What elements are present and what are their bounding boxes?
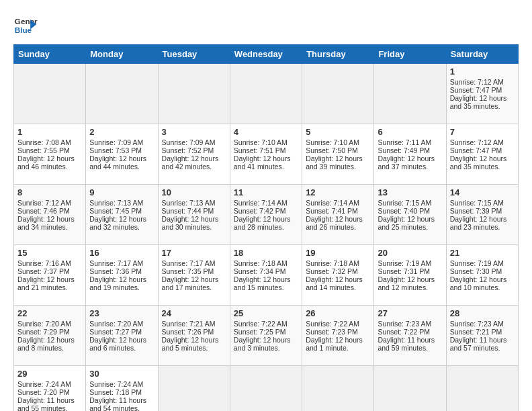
sunset-text: Sunset: 7:45 PM	[89, 207, 154, 215]
sunrise-text: Sunrise: 7:14 AM	[234, 199, 298, 207]
calendar-cell	[302, 366, 374, 412]
calendar-header-row: SundayMondayTuesdayWednesdayThursdayFrid…	[14, 45, 519, 64]
sunrise-text: Sunrise: 7:13 AM	[162, 199, 226, 207]
sunset-text: Sunset: 7:21 PM	[450, 328, 515, 336]
sunset-text: Sunset: 7:32 PM	[306, 267, 370, 275]
day-number: 5	[306, 127, 370, 137]
sunset-text: Sunset: 7:20 PM	[17, 388, 82, 396]
calendar-cell	[158, 64, 230, 124]
sunrise-text: Sunrise: 7:20 AM	[89, 320, 154, 328]
sunrise-text: Sunrise: 7:16 AM	[17, 259, 82, 267]
day-number: 9	[89, 187, 154, 197]
sunset-text: Sunset: 7:51 PM	[234, 146, 298, 154]
calendar-cell: 24Sunrise: 7:21 AMSunset: 7:26 PMDayligh…	[158, 306, 230, 366]
calendar-cell	[374, 64, 446, 124]
calendar-cell: 22Sunrise: 7:20 AMSunset: 7:29 PMDayligh…	[14, 306, 86, 366]
daylight-text: Daylight: 12 hours and 19 minutes.	[89, 275, 154, 291]
day-number: 13	[378, 187, 442, 197]
sunset-text: Sunset: 7:39 PM	[450, 207, 515, 215]
calendar-week-row: 1Sunrise: 7:12 AMSunset: 7:47 PMDaylight…	[14, 64, 519, 124]
sunset-text: Sunset: 7:22 PM	[378, 328, 442, 336]
sunset-text: Sunset: 7:40 PM	[378, 207, 442, 215]
sunrise-text: Sunrise: 7:09 AM	[162, 138, 226, 146]
sunset-text: Sunset: 7:53 PM	[89, 146, 154, 154]
day-number: 8	[17, 187, 82, 197]
sunrise-text: Sunrise: 7:19 AM	[450, 259, 515, 267]
sunrise-text: Sunrise: 7:21 AM	[162, 320, 226, 328]
daylight-text: Daylight: 12 hours and 28 minutes.	[234, 215, 298, 231]
sunrise-text: Sunrise: 7:18 AM	[234, 259, 298, 267]
sunset-text: Sunset: 7:42 PM	[234, 207, 298, 215]
calendar-week-row: 15Sunrise: 7:16 AMSunset: 7:37 PMDayligh…	[14, 245, 519, 306]
day-number: 30	[89, 369, 154, 379]
calendar-cell: 10Sunrise: 7:13 AMSunset: 7:44 PMDayligh…	[158, 185, 230, 245]
day-number: 7	[450, 127, 515, 137]
calendar-cell: 11Sunrise: 7:14 AMSunset: 7:42 PMDayligh…	[230, 185, 302, 245]
calendar-cell: 18Sunrise: 7:18 AMSunset: 7:34 PMDayligh…	[230, 245, 302, 306]
calendar-cell: 28Sunrise: 7:23 AMSunset: 7:21 PMDayligh…	[446, 306, 518, 366]
day-number: 10	[162, 187, 226, 197]
sunrise-text: Sunrise: 7:20 AM	[17, 320, 82, 328]
calendar-cell: 14Sunrise: 7:15 AMSunset: 7:39 PMDayligh…	[446, 185, 518, 245]
calendar-cell: 4Sunrise: 7:10 AMSunset: 7:51 PMDaylight…	[230, 124, 302, 185]
sunrise-text: Sunrise: 7:22 AM	[234, 320, 298, 328]
calendar-cell: 20Sunrise: 7:19 AMSunset: 7:31 PMDayligh…	[374, 245, 446, 306]
sunrise-text: Sunrise: 7:19 AM	[378, 259, 442, 267]
daylight-text: Daylight: 12 hours and 41 minutes.	[234, 154, 298, 171]
calendar-cell	[14, 64, 86, 124]
page-header: General Blue	[13, 13, 519, 38]
sunrise-text: Sunrise: 7:10 AM	[234, 138, 298, 146]
calendar-cell: 25Sunrise: 7:22 AMSunset: 7:25 PMDayligh…	[230, 306, 302, 366]
sunset-text: Sunset: 7:31 PM	[378, 267, 442, 275]
sunset-text: Sunset: 7:49 PM	[378, 146, 442, 154]
day-number: 27	[378, 308, 442, 318]
daylight-text: Daylight: 12 hours and 10 minutes.	[450, 275, 515, 291]
daylight-text: Daylight: 12 hours and 21 minutes.	[17, 275, 82, 291]
sunset-text: Sunset: 7:29 PM	[17, 328, 82, 336]
svg-text:Blue: Blue	[15, 26, 32, 34]
sunrise-text: Sunrise: 7:23 AM	[450, 320, 515, 328]
calendar-week-row: 8Sunrise: 7:12 AMSunset: 7:46 PMDaylight…	[14, 185, 519, 245]
calendar-cell: 7Sunrise: 7:12 AMSunset: 7:47 PMDaylight…	[446, 124, 518, 185]
calendar-cell: 19Sunrise: 7:18 AMSunset: 7:32 PMDayligh…	[302, 245, 374, 306]
daylight-text: Daylight: 12 hours and 12 minutes.	[378, 275, 442, 291]
sunrise-text: Sunrise: 7:17 AM	[162, 259, 226, 267]
calendar-week-row: 22Sunrise: 7:20 AMSunset: 7:29 PMDayligh…	[14, 306, 519, 366]
sunset-text: Sunset: 7:26 PM	[162, 328, 226, 336]
calendar-cell	[230, 64, 302, 124]
daylight-text: Daylight: 12 hours and 6 minutes.	[89, 336, 154, 352]
sunset-text: Sunset: 7:30 PM	[450, 267, 515, 275]
calendar-cell: 2Sunrise: 7:09 AMSunset: 7:53 PMDaylight…	[86, 124, 158, 185]
calendar-cell: 1Sunrise: 7:12 AMSunset: 7:47 PMDaylight…	[446, 64, 518, 124]
daylight-text: Daylight: 12 hours and 8 minutes.	[17, 336, 82, 352]
sunrise-text: Sunrise: 7:15 AM	[450, 199, 515, 207]
calendar-header-tuesday: Tuesday	[158, 45, 230, 64]
day-number: 1	[450, 66, 515, 77]
day-number: 15	[17, 248, 82, 258]
day-number: 2	[89, 127, 154, 137]
sunrise-text: Sunrise: 7:18 AM	[306, 259, 370, 267]
sunset-text: Sunset: 7:18 PM	[89, 388, 154, 396]
calendar-cell	[374, 366, 446, 412]
daylight-text: Daylight: 12 hours and 46 minutes.	[17, 154, 82, 171]
daylight-text: Daylight: 11 hours and 59 minutes.	[378, 336, 442, 352]
calendar-cell: 3Sunrise: 7:09 AMSunset: 7:52 PMDaylight…	[158, 124, 230, 185]
daylight-text: Daylight: 12 hours and 17 minutes.	[162, 275, 226, 291]
daylight-text: Daylight: 12 hours and 5 minutes.	[162, 336, 226, 352]
daylight-text: Daylight: 12 hours and 26 minutes.	[306, 215, 370, 231]
calendar-cell: 27Sunrise: 7:23 AMSunset: 7:22 PMDayligh…	[374, 306, 446, 366]
day-number: 29	[17, 369, 82, 379]
day-number: 22	[17, 308, 82, 318]
sunrise-text: Sunrise: 7:22 AM	[306, 320, 370, 328]
daylight-text: Daylight: 11 hours and 55 minutes.	[17, 396, 82, 411]
logo-icon: General Blue	[13, 13, 38, 38]
calendar-header-wednesday: Wednesday	[230, 45, 302, 64]
calendar-cell: 1Sunrise: 7:08 AMSunset: 7:55 PMDaylight…	[14, 124, 86, 185]
day-number: 20	[378, 248, 442, 258]
daylight-text: Daylight: 12 hours and 39 minutes.	[306, 154, 370, 171]
calendar-cell: 21Sunrise: 7:19 AMSunset: 7:30 PMDayligh…	[446, 245, 518, 306]
calendar-header-thursday: Thursday	[302, 45, 374, 64]
day-number: 25	[234, 308, 298, 318]
day-number: 18	[234, 248, 298, 258]
calendar-cell: 9Sunrise: 7:13 AMSunset: 7:45 PMDaylight…	[86, 185, 158, 245]
